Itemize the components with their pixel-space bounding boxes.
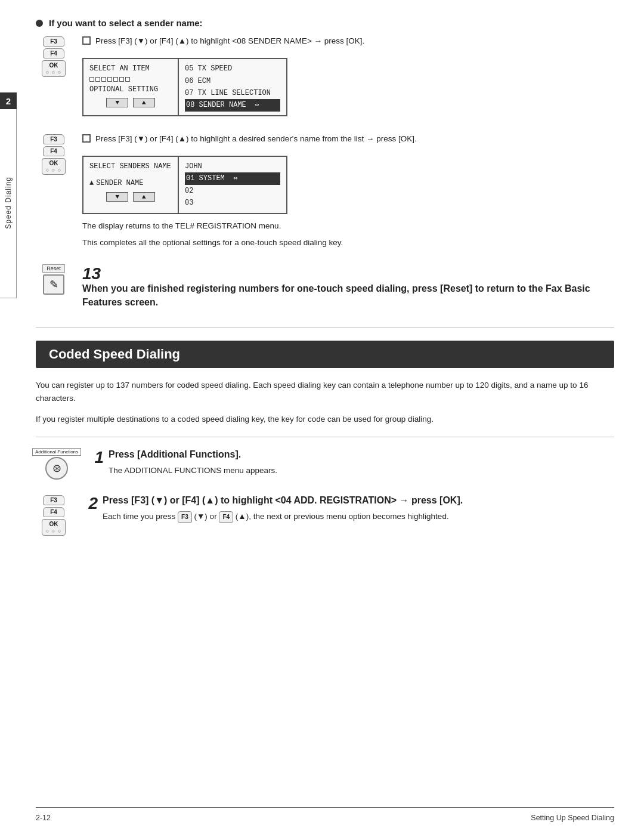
footer-page-number: 2-12 [36, 814, 51, 822]
step2-description: Each time you press F3 (▼) or F4 (▲), th… [103, 511, 463, 523]
f4-inline-key: F4 [219, 511, 233, 523]
chapter-number: 2 [0, 92, 17, 109]
page-footer: 2-12 Setting Up Speed Dialing [36, 807, 614, 828]
f3-inline-key: F3 [178, 511, 192, 523]
side-tab: Speed Dialing [0, 107, 17, 298]
ok-key-2[interactable]: OK ○ ○ ○ [42, 158, 66, 175]
sender-step2-text: Press [F3] (▼) or [F4] (▲) to highlight … [82, 133, 614, 254]
nav-up-1[interactable]: ▲ [133, 98, 155, 107]
coded-speed-para2: If you register multiple destinations to… [36, 413, 614, 426]
add-func-label: Additional Functions [32, 448, 81, 456]
checkbox-item-2: Press [F3] (▼) or [F4] (▲) to highlight … [82, 133, 614, 150]
step1-description: The ADDITIONAL FUNCTIONS menu appears. [109, 465, 277, 477]
reset-cluster: Reset ✎ [36, 264, 72, 295]
f4-key-1[interactable]: F4 [43, 48, 64, 58]
step1-block: Additional Functions ⊛ 1 Press [Addition… [36, 448, 614, 480]
screen-display-2: SELECT SENDERS NAME ▲ SENDER NAME ▼ ▲ [82, 156, 287, 214]
nav-down-1[interactable]: ▼ [106, 98, 128, 107]
additional-functions-key: Additional Functions ⊛ [36, 448, 78, 480]
f3-f4-ok-cluster-1: F3 F4 OK ○ ○ ○ [36, 36, 72, 77]
f3-f4-ok-cluster-3: F3 F4 OK ○ ○ ○ [36, 495, 72, 536]
steps-divider [36, 437, 614, 437]
checkbox-1 [82, 36, 91, 45]
checkbox-item-1: Press [F3] (▼) or [F4] (▲) to highlight … [82, 35, 614, 52]
f4-key-2[interactable]: F4 [43, 146, 64, 156]
reset-label: Reset [42, 264, 65, 273]
step13-title: When you are finished registering number… [82, 282, 614, 309]
f3-key-1[interactable]: F3 [43, 36, 64, 47]
coded-speed-para1: You can register up to 137 numbers for c… [36, 379, 614, 404]
step13-number: 13 [82, 265, 98, 282]
sender-step1-row: F3 F4 OK ○ ○ ○ Press [F3] (▼) or [F4] (▲… [36, 35, 614, 122]
f3-key-3[interactable]: F3 [43, 495, 64, 505]
nav-up-2[interactable]: ▲ [133, 192, 155, 202]
bullet-icon [36, 20, 43, 27]
step2-title: Press [F3] (▼) or [F4] (▲) to highlight … [103, 494, 463, 507]
sender-name-section: If you want to select a sender name: F3 … [36, 18, 614, 313]
side-tab-label: Speed Dialing [4, 177, 13, 229]
sender-step1-text: Press [F3] (▼) or [F4] (▲) to highlight … [82, 35, 614, 122]
step13-content: 13 When you are finished registering num… [82, 264, 614, 313]
ok-key-3[interactable]: OK ○ ○ ○ [42, 519, 66, 536]
reset-icon[interactable]: ✎ [43, 274, 64, 295]
step13-block: Reset ✎ 13 When you are finished registe… [36, 264, 614, 313]
section-divider [36, 327, 614, 328]
sender-name-heading: If you want to select a sender name: [36, 18, 614, 28]
screen-left-1: SELECT AN ITEM OPTIONAL SETTING ▼ ▲ [83, 59, 179, 115]
note1: The display returns to the TEL# REGISTRA… [82, 220, 614, 232]
nav-down-2[interactable]: ▼ [106, 192, 128, 202]
step1-content: 1 Press [Additional Functions]. The ADDI… [88, 448, 614, 477]
add-func-icon[interactable]: ⊛ [45, 457, 68, 480]
sender-person-icon: ▲ [89, 177, 94, 189]
screen-display-1: SELECT AN ITEM OPTIONAL SETTING ▼ ▲ [82, 58, 287, 116]
step2-block: F3 F4 OK ○ ○ ○ 2 Press [F3] (▼) or [F4] … [36, 494, 614, 536]
coded-speed-dialing-banner: Coded Speed Dialing [36, 341, 614, 368]
step2-content: 2 Press [F3] (▼) or [F4] (▲) to highligh… [82, 494, 614, 523]
screen-right-2: JOHN 01 SYSTEM ⇔ 02 03 [179, 157, 286, 213]
screen-left-2: SELECT SENDERS NAME ▲ SENDER NAME ▼ ▲ [83, 157, 179, 213]
f4-key-3[interactable]: F4 [43, 507, 64, 517]
coded-speed-dialing-section: Coded Speed Dialing You can register up … [36, 341, 614, 536]
ok-key-1[interactable]: OK ○ ○ ○ [42, 60, 66, 77]
footer-section-title: Setting Up Speed Dialing [531, 814, 614, 822]
screen-right-1: 05 TX SPEED 06 ECM 07 TX LINE SELECTION … [179, 59, 286, 115]
sender-step2-row: F3 F4 OK ○ ○ ○ Press [F3] (▼) or [F4] (▲… [36, 133, 614, 254]
f3-f4-ok-cluster-2: F3 F4 OK ○ ○ ○ [36, 134, 72, 175]
note2: This completes all the optional settings… [82, 237, 614, 249]
f3-key-2[interactable]: F3 [43, 134, 64, 144]
step1-number: 1 [88, 449, 104, 466]
step1-title: Press [Additional Functions]. [109, 448, 277, 461]
step2-number: 2 [82, 495, 98, 512]
checkbox-2 [82, 134, 91, 143]
